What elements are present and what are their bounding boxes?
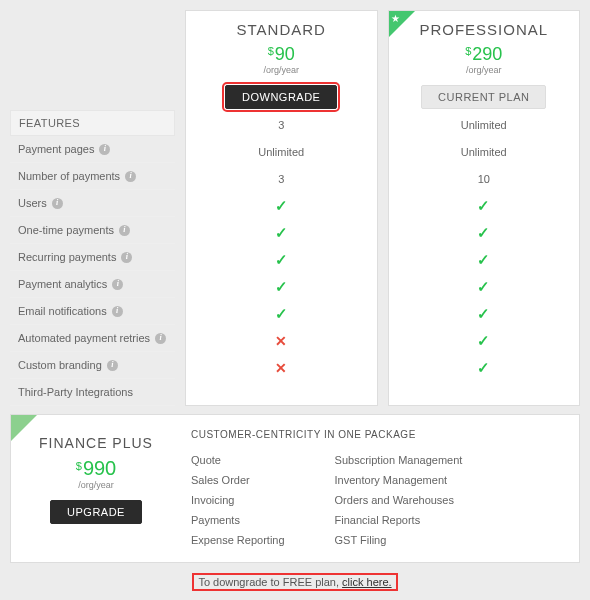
plans-row: FEATURES Payment pagesiNumber of payment… <box>0 10 590 406</box>
check-icon: ✓ <box>275 251 288 269</box>
plan-cell: Unlimited <box>186 138 377 165</box>
cross-icon: ✕ <box>275 360 287 376</box>
plan-cell: ✓ <box>389 300 580 327</box>
list-item: Orders and Warehouses <box>335 490 463 510</box>
plan-unit-finance: /org/year <box>21 480 171 490</box>
footer-text: To downgrade to FREE plan, <box>198 576 342 588</box>
info-icon[interactable]: i <box>52 198 63 209</box>
feature-item: Payment pagesi <box>10 136 175 163</box>
finance-feature-list: Subscription ManagementInventory Managem… <box>335 450 463 550</box>
plan-cell: ✓ <box>389 327 580 354</box>
cross-icon: ✕ <box>275 333 287 349</box>
finance-plus-panel: FINANCE PLUS $990 /org/year UPGRADE CUST… <box>10 414 580 563</box>
check-icon: ✓ <box>477 332 490 350</box>
feature-item: Email notificationsi <box>10 298 175 325</box>
plan-header-standard: STANDARD $90 /org/year DOWNGRADE <box>186 11 377 111</box>
plan-cell: 10 <box>389 165 580 192</box>
plan-title-professional: PROFESSIONAL <box>389 21 580 38</box>
plan-cell: ✓ <box>389 192 580 219</box>
check-icon: ✓ <box>477 305 490 323</box>
plan-title-standard: STANDARD <box>186 21 377 38</box>
plan-title-finance: FINANCE PLUS <box>21 435 171 451</box>
check-icon: ✓ <box>477 197 490 215</box>
info-icon[interactable]: i <box>121 252 132 263</box>
features-header: FEATURES <box>10 110 175 136</box>
downgrade-free-link[interactable]: click here. <box>342 576 392 588</box>
current-plan-button: CURRENT PLAN <box>421 85 546 109</box>
plan-cell: ✓ <box>186 192 377 219</box>
check-icon: ✓ <box>275 197 288 215</box>
list-item: Payments <box>191 510 285 530</box>
feature-item: One-time paymentsi <box>10 217 175 244</box>
list-item: Invoicing <box>191 490 285 510</box>
plan-cell: ✓ <box>186 219 377 246</box>
plan-cell: ✕ <box>186 354 377 381</box>
list-item: Quote <box>191 450 285 470</box>
feature-item: Automated payment retriesi <box>10 325 175 352</box>
plan-cell: 3 <box>186 111 377 138</box>
features-column: FEATURES Payment pagesiNumber of payment… <box>10 10 175 406</box>
info-icon[interactable]: i <box>107 360 118 371</box>
feature-item: Third-Party Integrations <box>10 379 175 406</box>
check-icon: ✓ <box>275 278 288 296</box>
list-item: GST Filing <box>335 530 463 550</box>
list-item: Sales Order <box>191 470 285 490</box>
plan-header-professional: PROFESSIONAL $290 /org/year CURRENT PLAN <box>389 11 580 111</box>
plan-professional: ★ PROFESSIONAL $290 /org/year CURRENT PL… <box>388 10 581 406</box>
plan-cell: ✕ <box>186 327 377 354</box>
plan-cell: ✓ <box>389 273 580 300</box>
plan-price-finance: $990 <box>21 457 171 480</box>
plan-price-standard: $90 <box>186 44 377 65</box>
footer-downgrade: To downgrade to FREE plan, click here. <box>0 573 590 591</box>
finance-plus-details: CUSTOMER-CENTRICITY IN ONE PACKAGE Quote… <box>181 415 579 562</box>
feature-item: Recurring paymentsi <box>10 244 175 271</box>
plan-cell: ✓ <box>389 219 580 246</box>
finance-heading: CUSTOMER-CENTRICITY IN ONE PACKAGE <box>191 429 569 440</box>
plan-unit-standard: /org/year <box>186 65 377 75</box>
check-icon: ✓ <box>477 359 490 377</box>
plan-cell: Unlimited <box>389 138 580 165</box>
info-icon[interactable]: i <box>112 306 123 317</box>
plan-price-professional: $290 <box>389 44 580 65</box>
list-item: Subscription Management <box>335 450 463 470</box>
plan-cell: ✓ <box>186 246 377 273</box>
check-icon: ✓ <box>477 278 490 296</box>
plan-cell: ✓ <box>389 246 580 273</box>
star-badge-icon: ★ <box>389 11 415 37</box>
plan-cell: ✓ <box>186 300 377 327</box>
feature-item: Payment analyticsi <box>10 271 175 298</box>
info-icon[interactable]: i <box>119 225 130 236</box>
downgrade-button[interactable]: DOWNGRADE <box>225 85 337 109</box>
feature-item: Number of paymentsi <box>10 163 175 190</box>
list-item: Inventory Management <box>335 470 463 490</box>
info-icon[interactable]: i <box>155 333 166 344</box>
check-icon: ✓ <box>477 224 490 242</box>
check-icon: ✓ <box>275 305 288 323</box>
plan-cell: ✓ <box>186 273 377 300</box>
feature-item: Custom brandingi <box>10 352 175 379</box>
list-item: Expense Reporting <box>191 530 285 550</box>
finance-feature-list: QuoteSales OrderInvoicingPaymentsExpense… <box>191 450 285 550</box>
plan-cell: 3 <box>186 165 377 192</box>
plan-cell: ✓ <box>389 354 580 381</box>
upgrade-button[interactable]: UPGRADE <box>50 500 142 524</box>
feature-item: Usersi <box>10 190 175 217</box>
plan-unit-professional: /org/year <box>389 65 580 75</box>
check-icon: ✓ <box>477 251 490 269</box>
plan-cell: Unlimited <box>389 111 580 138</box>
info-icon[interactable]: i <box>112 279 123 290</box>
info-icon[interactable]: i <box>125 171 136 182</box>
plan-standard: STANDARD $90 /org/year DOWNGRADE 3Unlimi… <box>185 10 378 406</box>
new-badge-icon <box>11 415 37 441</box>
list-item: Financial Reports <box>335 510 463 530</box>
info-icon[interactable]: i <box>99 144 110 155</box>
check-icon: ✓ <box>275 224 288 242</box>
